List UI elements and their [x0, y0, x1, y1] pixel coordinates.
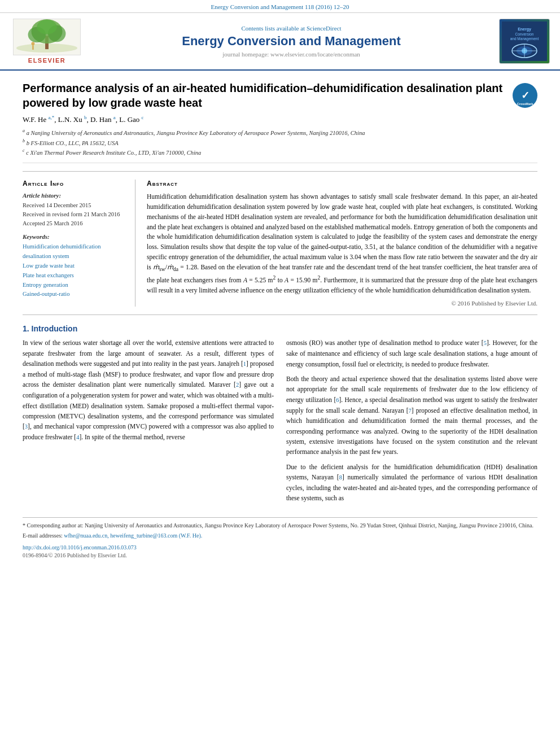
footnote-area: * Corresponding author at: Nanjing Unive… — [23, 517, 537, 558]
keyword-4: Entropy generation — [23, 281, 127, 290]
elsevier-brand-text: ELSEVIER — [28, 57, 65, 64]
abstract-title: Abstract — [147, 180, 537, 187]
crossmark-inner[interactable]: ✓ CrossMark — [513, 83, 537, 108]
intro-col-left: In view of the serious water shortage al… — [23, 338, 274, 508]
abstract-copyright: © 2016 Published by Elsevier Ltd. — [147, 300, 537, 307]
intro-col-right: osmosis (RO) was another type of desalin… — [286, 338, 537, 508]
keyword-1: Humidification dehumidification desalina… — [23, 242, 127, 261]
svg-text:CrossMark: CrossMark — [517, 102, 533, 106]
elsevier-tree-image — [13, 19, 81, 55]
doi-line[interactable]: http://dx.doi.org/10.1016/j.enconman.201… — [23, 544, 537, 551]
introduction-section: 1. Introduction In view of the serious w… — [23, 324, 537, 508]
article-info-title: Article Info — [23, 180, 127, 187]
article-history-label: Article history: — [23, 192, 127, 199]
email-addresses[interactable]: wfhe@nuaa.edu.cn, heweifeng_turbine@163.… — [64, 532, 202, 539]
corresponding-note: * Corresponding author at: Nanjing Unive… — [23, 521, 537, 530]
svg-text:Energy: Energy — [518, 27, 531, 32]
ecm-cover-box: Energy Conversion and Management — [499, 19, 550, 64]
svg-text:and Management: and Management — [510, 37, 539, 41]
keyword-2: Low grade waste heat — [23, 261, 127, 271]
article-info-panel: Article Info Article history: Received 1… — [23, 180, 135, 307]
issn-line: 0196-8904/© 2016 Published by Elsevier L… — [23, 552, 537, 558]
these-word: these — [286, 495, 300, 501]
journal-title: Energy Conversion and Management — [84, 34, 499, 49]
paper-title-section: Performance analysis of an air-heated hu… — [23, 71, 537, 163]
svg-point-7 — [31, 42, 34, 45]
affiliations: a a Nanjing University of Aeronautics an… — [23, 128, 505, 157]
ecm-cover-image: Energy Conversion and Management — [502, 21, 547, 61]
keywords-label: Keywords: — [23, 233, 127, 240]
section-label: 1. Introduction — [23, 324, 537, 333]
elsevier-logo-left: ELSEVIER — [10, 19, 84, 64]
email-line: E-mail addresses: wfhe@nuaa.edu.cn, hewe… — [23, 531, 537, 540]
received-date: Received 14 December 2015 — [23, 201, 127, 210]
authors-line: W.F. He a,*, L.N. Xu b, D. Han a, L. Gao… — [23, 115, 505, 124]
two-col-body: In view of the serious water shortage al… — [23, 338, 537, 508]
svg-rect-8 — [32, 45, 34, 50]
elsevier-brand: ELSEVIER — [28, 57, 65, 64]
paper-title-text: Performance analysis of an air-heated hu… — [23, 81, 505, 157]
sciencedirect-link[interactable]: ScienceDirect — [307, 25, 342, 32]
svg-text:Conversion: Conversion — [515, 32, 534, 36]
abstract-text: Humidification dehumidification desalina… — [147, 192, 537, 295]
keyword-3: Plate heat exchangers — [23, 271, 127, 281]
revised-date: Received in revised form 21 March 2016 — [23, 210, 127, 219]
contents-note: Contents lists available at ScienceDirec… — [84, 25, 499, 32]
svg-point-6 — [37, 20, 56, 34]
journal-header: ELSEVIER Contents lists available at Sci… — [0, 13, 560, 71]
svg-text:✓: ✓ — [521, 90, 530, 101]
article-body: Article Info Article history: Received 1… — [23, 171, 537, 315]
journal-homepage: journal homepage: www.elsevier.com/locat… — [84, 51, 499, 58]
accepted-date: Accepted 25 March 2016 — [23, 219, 127, 228]
abstract-section: Abstract Humidification dehumidification… — [147, 180, 537, 307]
paper-title: Performance analysis of an air-heated hu… — [23, 81, 505, 110]
journal-center-info: Contents lists available at ScienceDirec… — [84, 25, 499, 58]
top-citation-bar: Energy Conversion and Management 118 (20… — [0, 0, 560, 13]
keyword-5: Gained-output-ratio — [23, 290, 127, 299]
crossmark-badge[interactable]: ✓ CrossMark — [513, 83, 537, 108]
citation-text: Energy Conversion and Management 118 (20… — [211, 3, 349, 10]
